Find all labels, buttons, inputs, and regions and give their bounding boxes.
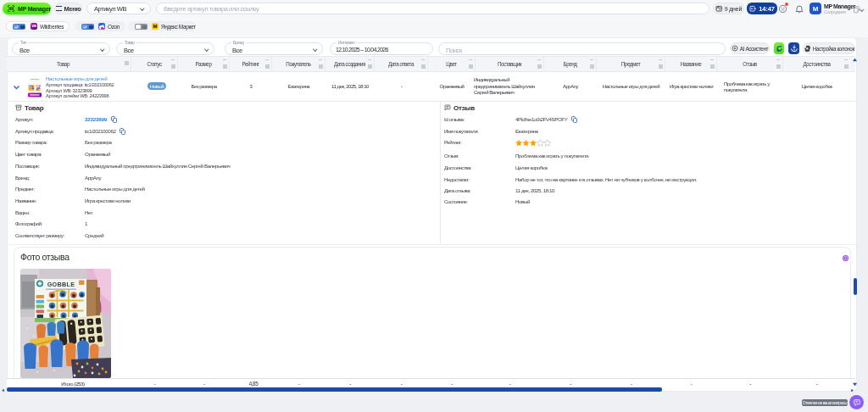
svg-text:GOBBLE: GOBBLE <box>47 281 75 288</box>
